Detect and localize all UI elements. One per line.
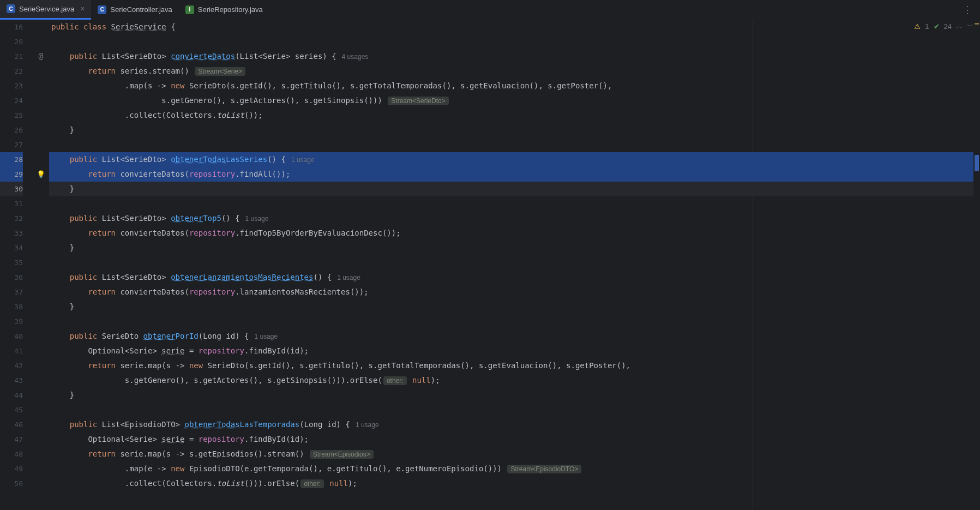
line-number[interactable]: 38 — [0, 299, 23, 314]
code-line[interactable]: public class SerieService { — [49, 20, 980, 34]
line-number[interactable]: 25 — [0, 108, 23, 123]
tab-serieservice[interactable]: C SerieService.java × — [0, 0, 91, 20]
inlay-hint: Stream<SerieDto> — [388, 97, 448, 105]
line-number[interactable]: 22 — [0, 64, 23, 79]
code-line[interactable]: public List<SerieDto> obtenerTop5() {1 u… — [49, 211, 980, 226]
line-number[interactable]: 47 — [0, 432, 23, 447]
code-line[interactable]: return serie.map(s -> s.getEpisodios().s… — [49, 447, 980, 461]
code-line[interactable]: return serie.map(s -> new SerieDto(s.get… — [49, 358, 980, 373]
inlay-hint: Stream<EpisodioDTO> — [507, 465, 581, 473]
gutter-markers: @ 💡 — [33, 20, 49, 510]
override-icon[interactable]: @ — [35, 49, 47, 64]
line-number[interactable]: 46 — [0, 417, 23, 432]
code-line[interactable]: .map(e -> new EpisodioDTO(e.getTemporada… — [49, 461, 980, 476]
line-number[interactable]: 29 — [0, 167, 23, 182]
code-line[interactable]: .collect(Collectors.toList())).orElse(ot… — [49, 476, 980, 491]
code-line[interactable]: } — [49, 123, 980, 137]
code-line[interactable]: Optional<Serie> serie = repository.findB… — [49, 432, 980, 447]
interface-icon: I — [185, 5, 194, 14]
close-icon[interactable]: × — [80, 4, 85, 13]
code-line[interactable]: return convierteDatos(repository.findAll… — [49, 167, 980, 182]
line-number[interactable]: 26 — [0, 123, 23, 137]
code-line[interactable]: public List<SerieDto> obtenerTodasLasSer… — [49, 152, 980, 167]
code-editor[interactable]: 16 20 21 22 23 24 25 26 27 28 29 30 31 3… — [0, 20, 980, 510]
line-number[interactable]: 49 — [0, 461, 23, 476]
code-line[interactable]: Optional<Serie> serie = repository.findB… — [49, 344, 980, 358]
line-number[interactable]: 35 — [0, 255, 23, 270]
code-line[interactable] — [49, 34, 980, 49]
line-number[interactable]: 32 — [0, 211, 23, 226]
line-number[interactable]: 45 — [0, 403, 23, 417]
tab-label: SerieRepository.java — [198, 5, 263, 14]
line-number[interactable]: 42 — [0, 358, 23, 373]
usages-hint[interactable]: 4 usages — [342, 53, 369, 61]
code-line[interactable]: public SerieDto obtenerPorId(Long id) {1… — [49, 329, 980, 344]
tab-label: SerieService.java — [19, 5, 74, 13]
line-number[interactable]: 41 — [0, 344, 23, 358]
code-line[interactable]: } — [49, 299, 980, 314]
tab-seriecontroller[interactable]: C SerieController.java — [91, 0, 178, 20]
usages-hint[interactable]: 1 usage — [356, 421, 379, 429]
line-number[interactable]: 21 — [0, 49, 23, 64]
line-number[interactable]: 16 — [0, 20, 23, 34]
usages-hint[interactable]: 1 usage — [291, 156, 315, 164]
code-line[interactable]: public List<SerieDto> obtenerLanzamiento… — [49, 270, 980, 285]
tab-serierepository[interactable]: I SerieRepository.java — [179, 0, 269, 20]
line-number[interactable]: 40 — [0, 329, 23, 344]
code-area[interactable]: ⚠1 ✔24 ︿ ﹀ public class SerieService { p… — [49, 20, 980, 510]
code-line[interactable]: public List<SerieDto> convierteDatos(Lis… — [49, 49, 980, 64]
code-line[interactable]: return convierteDatos(repository.findTop… — [49, 226, 980, 241]
code-line[interactable]: .map(s -> new SerieDto(s.getId(), s.getT… — [49, 79, 980, 93]
line-number[interactable]: 50 — [0, 476, 23, 491]
editor-tabs: C SerieService.java × C SerieController.… — [0, 0, 980, 20]
line-number[interactable]: 48 — [0, 447, 23, 461]
code-line[interactable]: } — [49, 388, 980, 403]
line-number[interactable]: 30 — [0, 182, 23, 196]
line-number[interactable]: 28 — [0, 152, 23, 167]
line-number[interactable]: 23 — [0, 79, 23, 93]
usages-hint[interactable]: 1 usage — [245, 215, 269, 223]
line-number[interactable]: 27 — [0, 137, 23, 152]
code-line[interactable]: return series.stream() Stream<Serie> — [49, 64, 980, 79]
code-line[interactable] — [49, 196, 980, 211]
inlay-hint: other: — [383, 376, 407, 385]
usages-hint[interactable]: 1 usage — [254, 333, 278, 340]
code-line[interactable]: public List<EpisodioDTO> obtenerTodasLas… — [49, 417, 980, 432]
code-line[interactable]: s.getGenero(), s.getActores(), s.getSino… — [49, 93, 980, 108]
inlay-hint: Stream<Serie> — [195, 67, 245, 76]
line-number[interactable]: 43 — [0, 373, 23, 388]
code-line[interactable]: return convierteDatos(repository.lanzami… — [49, 285, 980, 299]
line-number[interactable]: 37 — [0, 285, 23, 299]
class-icon: C — [98, 5, 106, 14]
code-line[interactable] — [49, 137, 980, 152]
code-line[interactable] — [49, 255, 980, 270]
line-number[interactable]: 39 — [0, 314, 23, 329]
gutter[interactable]: 16 20 21 22 23 24 25 26 27 28 29 30 31 3… — [0, 20, 33, 510]
code-line[interactable]: s.getGenero(), s.getActores(), s.getSino… — [49, 373, 980, 388]
line-number[interactable]: 31 — [0, 196, 23, 211]
code-line[interactable]: } — [49, 241, 980, 255]
line-number[interactable]: 33 — [0, 226, 23, 241]
code-line[interactable] — [49, 403, 980, 417]
line-number[interactable]: 44 — [0, 388, 23, 403]
tabs-overflow-menu[interactable]: ⋮ — [956, 4, 980, 15]
tab-label: SerieController.java — [110, 5, 172, 14]
line-number[interactable]: 34 — [0, 241, 23, 255]
code-line[interactable]: } — [49, 182, 980, 196]
vertical-scrollbar[interactable] — [973, 20, 980, 510]
line-number[interactable]: 20 — [0, 34, 23, 49]
inlay-hint: other: — [300, 479, 324, 488]
usages-hint[interactable]: 1 usage — [337, 274, 360, 281]
class-icon: C — [7, 4, 15, 13]
line-number[interactable]: 36 — [0, 270, 23, 285]
code-line[interactable]: .collect(Collectors.toList()); — [49, 108, 980, 123]
code-line[interactable] — [49, 314, 980, 329]
inlay-hint: Stream<Episodios> — [310, 450, 374, 459]
line-number[interactable]: 24 — [0, 93, 23, 108]
intention-bulb-icon[interactable]: 💡 — [35, 167, 47, 182]
